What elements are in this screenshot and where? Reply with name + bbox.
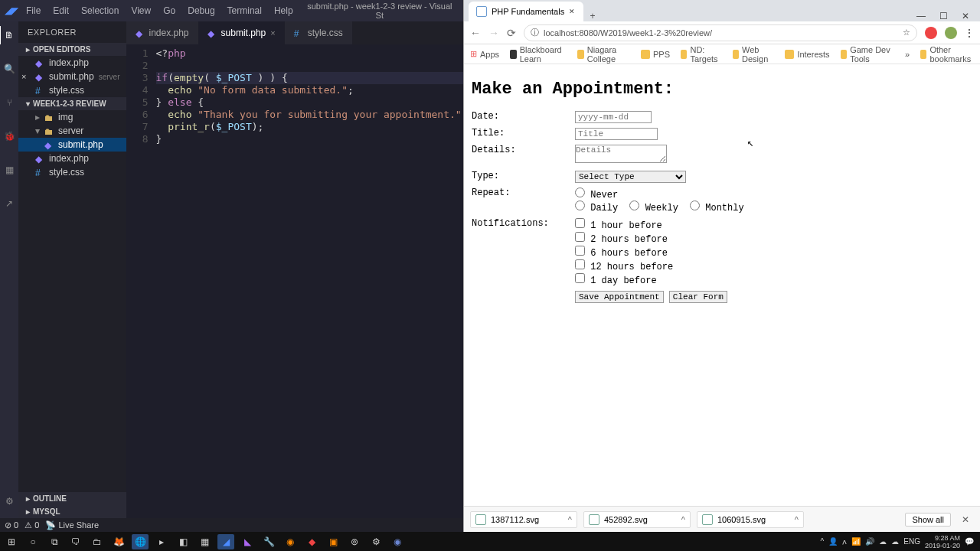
tray-overflow-icon[interactable]: ^	[821, 537, 825, 546]
tree-file[interactable]: #style.css	[18, 165, 126, 179]
cortana-icon[interactable]: ○	[24, 534, 41, 549]
firefox-icon[interactable]: 🦊	[110, 534, 127, 549]
open-editor-item[interactable]: ×◆submit.php server	[18, 70, 126, 83]
menu-go[interactable]: Go	[158, 4, 180, 18]
repeat-option[interactable]: Monthly	[690, 203, 744, 214]
apps-button[interactable]: ⊞Apps	[470, 49, 499, 59]
notification-option[interactable]: 12 hours before	[575, 259, 678, 272]
tree-folder[interactable]: ▸ 🖿img	[18, 110, 126, 124]
close-downloads-icon[interactable]: ✕	[957, 514, 974, 525]
task-view-icon[interactable]: ⧉	[46, 534, 63, 549]
menu-edit[interactable]: Edit	[48, 4, 74, 18]
editor-tab[interactable]: ◆index.php	[126, 21, 198, 44]
profile-avatar-icon[interactable]	[945, 27, 957, 39]
extensions-icon[interactable]: ▦	[0, 161, 18, 179]
status-warnings[interactable]: ⚠ 0	[24, 520, 39, 530]
menu-file[interactable]: File	[21, 4, 45, 18]
tray-arrow-icon[interactable]: ʌ	[842, 537, 847, 546]
taskbar-app-icon[interactable]: 🔧	[260, 534, 277, 549]
taskbar-app-icon[interactable]: ◧	[175, 534, 191, 549]
notification-option[interactable]: 1 day before	[575, 273, 678, 286]
status-liveshare[interactable]: 📡 Live Share	[45, 520, 99, 530]
code-content[interactable]: <?php if(empty( $_POST ) ) { echo "No fo…	[153, 44, 468, 518]
file-explorer-icon[interactable]: 🗀	[89, 534, 106, 549]
url-input[interactable]: ⓘlocalhost:8080/W2019/week1-2-3%20review…	[524, 24, 917, 41]
chevron-up-icon[interactable]: ^	[795, 515, 799, 524]
settings-icon[interactable]: ⚙	[368, 534, 384, 549]
details-textarea[interactable]	[575, 145, 667, 163]
discord-icon[interactable]: ◉	[389, 534, 406, 549]
close-window-icon[interactable]: ✕	[962, 11, 969, 21]
download-item[interactable]: 1387112.svg^	[470, 511, 577, 528]
bookmark-item[interactable]: PPS	[641, 50, 670, 59]
back-icon[interactable]: ←	[470, 27, 481, 39]
extension-icon[interactable]	[925, 27, 937, 39]
show-all-button[interactable]: Show all	[905, 513, 951, 527]
obs-icon[interactable]: ⊚	[346, 534, 363, 549]
editor-tab[interactable]: ◆submit.php×	[198, 21, 285, 44]
debug-icon[interactable]: 🐞	[0, 127, 18, 145]
star-icon[interactable]: ☆	[903, 28, 910, 37]
menu-view[interactable]: View	[126, 4, 155, 18]
folder-header[interactable]: ▾ WEEK1-2-3 REVIEW	[18, 97, 126, 110]
blender-icon[interactable]: ◉	[282, 534, 299, 549]
taskbar-app-icon[interactable]: ◆	[303, 534, 320, 549]
wifi-icon[interactable]: 📶	[851, 537, 861, 546]
bookmark-item[interactable]: Game Dev Tools	[841, 45, 894, 64]
menu-selection[interactable]: Selection	[77, 4, 123, 18]
title-input[interactable]	[575, 128, 658, 140]
bookmark-item[interactable]: Blackboard Learn	[510, 45, 567, 64]
minimize-icon[interactable]: —	[916, 11, 926, 21]
start-button[interactable]: ⊞	[3, 534, 20, 549]
vscode-taskbar-icon[interactable]: ◢	[217, 534, 234, 549]
chevron-up-icon[interactable]: ^	[568, 515, 572, 524]
chrome-icon[interactable]: 🌐	[132, 534, 149, 549]
code-editor[interactable]: 12345678 <?php if(empty( $_POST ) ) { ec…	[126, 44, 468, 518]
reload-icon[interactable]: ⟳	[507, 27, 516, 39]
maximize-icon[interactable]: ☐	[939, 11, 948, 21]
notification-option[interactable]: 2 hours before	[575, 232, 678, 245]
taskbar-app-icon[interactable]: ▣	[325, 534, 341, 549]
outline-header[interactable]: ▸ OUTLINE	[18, 492, 126, 505]
close-icon[interactable]: ×	[21, 72, 26, 81]
download-item[interactable]: 1060915.svg^	[697, 511, 804, 528]
powershell-icon[interactable]: ▸	[153, 534, 170, 549]
open-editor-item[interactable]: #style.css	[18, 83, 126, 97]
open-editors-header[interactable]: ▸ OPEN EDITORS	[18, 43, 126, 56]
repeat-option[interactable]: Weekly	[629, 203, 678, 214]
type-select[interactable]: Select Type	[575, 171, 686, 183]
editor-tab[interactable]: #style.css	[285, 21, 352, 44]
explorer-icon[interactable]: 🗎	[0, 26, 18, 44]
tree-file[interactable]: ◆index.php	[18, 152, 126, 165]
settings-gear-icon[interactable]: ⚙	[0, 492, 18, 510]
download-item[interactable]: 452892.svg^	[583, 511, 691, 528]
save-button[interactable]: Save Appointment	[575, 291, 664, 303]
bookmarks-overflow[interactable]: » Other bookmarks	[905, 45, 974, 64]
volume-icon[interactable]: 🔊	[865, 537, 874, 546]
taskbar-app-icon[interactable]: ▦	[196, 534, 213, 549]
tree-folder[interactable]: ▾ 🖿server	[18, 124, 126, 138]
clock[interactable]: 9:28 AM2019-01-20	[925, 534, 960, 549]
notification-option[interactable]: 1 hour before	[575, 218, 678, 231]
tab-close-icon[interactable]: ×	[270, 28, 275, 37]
repeat-option[interactable]: Never	[575, 190, 618, 201]
date-input[interactable]	[575, 111, 652, 123]
tab-close-icon[interactable]: ✕	[569, 8, 575, 15]
menu-terminal[interactable]: Terminal	[223, 4, 266, 18]
repeat-option[interactable]: Daily	[575, 203, 618, 214]
bookmark-item[interactable]: Niagara College	[577, 45, 630, 64]
taskbar-app-icon[interactable]: 🗨	[67, 534, 84, 549]
people-icon[interactable]: 👤	[828, 537, 838, 546]
notifications-icon[interactable]: 💬	[965, 537, 974, 546]
onedrive-icon[interactable]: ☁	[891, 537, 899, 546]
kebab-menu-icon[interactable]: ⋮	[965, 28, 974, 38]
liveshare-icon[interactable]: ↗	[0, 194, 18, 213]
tree-file[interactable]: ◆submit.php	[18, 138, 126, 152]
chevron-up-icon[interactable]: ^	[681, 515, 685, 524]
open-editor-item[interactable]: ◆index.php	[18, 56, 126, 70]
onedrive-icon[interactable]: ☁	[879, 537, 887, 546]
info-icon[interactable]: ⓘ	[531, 27, 539, 38]
clear-button[interactable]: Clear Form	[669, 291, 727, 303]
notification-option[interactable]: 6 hours before	[575, 246, 678, 259]
bookmark-item[interactable]: Web Design	[733, 45, 775, 64]
